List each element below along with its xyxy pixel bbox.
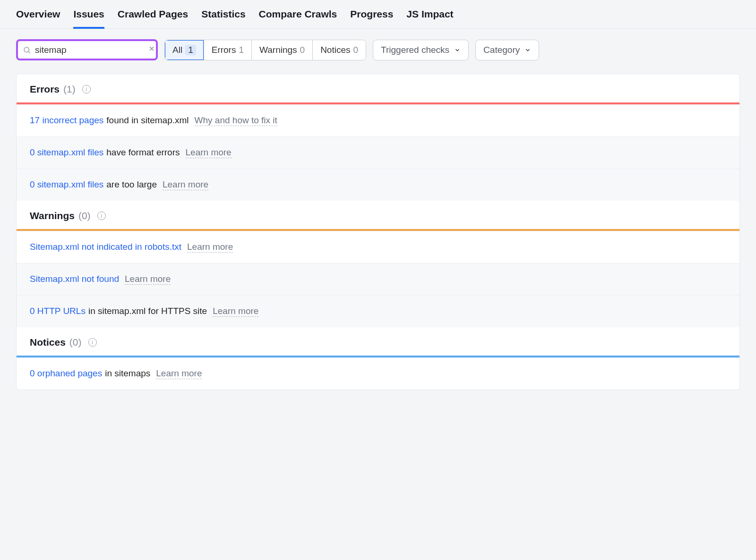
filter-all-count: 1 [185, 45, 196, 55]
filter-all-label: All [172, 45, 182, 55]
issue-link[interactable]: 0 sitemap.xml files [30, 179, 103, 190]
category-label: Category [483, 45, 520, 55]
filter-errors[interactable]: Errors 1 [204, 40, 252, 60]
chevron-down-icon [454, 47, 461, 53]
errors-section-header: Errors (1) i [17, 74, 739, 102]
filter-warnings[interactable]: Warnings 0 [252, 40, 313, 60]
warnings-list: Sitemap.xml not indicated in robots.txtL… [17, 231, 739, 327]
info-icon[interactable]: i [88, 338, 97, 347]
issues-panel: Errors (1) i 17 incorrect pages found in… [16, 74, 740, 390]
issue-link[interactable]: 17 incorrect pages [30, 115, 103, 126]
learn-more-link[interactable]: Learn more [187, 242, 233, 253]
issue-link[interactable]: 0 HTTP URLs [30, 306, 86, 316]
warnings-section-header: Warnings (0) i [17, 201, 739, 229]
errors-count: (1) [63, 84, 76, 95]
filter-warnings-count: 0 [300, 45, 305, 55]
filter-segmented: All 1 Errors 1 Warnings 0 Notices 0 [164, 40, 366, 60]
issue-text: in sitemaps [105, 368, 150, 379]
filter-all[interactable]: All 1 [165, 40, 204, 60]
info-icon[interactable]: i [97, 212, 106, 220]
tab-overview[interactable]: Overview [16, 8, 60, 28]
svg-point-0 [24, 47, 29, 52]
errors-title: Errors [30, 84, 60, 95]
category-dropdown[interactable]: Category [475, 40, 539, 60]
tabbar: Overview Issues Crawled Pages Statistics… [0, 0, 756, 29]
svg-line-1 [28, 51, 30, 53]
chevron-down-icon [524, 47, 531, 53]
issue-text: found in sitemap.xml [106, 115, 189, 126]
filter-errors-count: 1 [239, 45, 244, 55]
issue-row[interactable]: Sitemap.xml not indicated in robots.txtL… [17, 231, 739, 263]
issue-link[interactable]: Sitemap.xml not indicated in robots.txt [30, 242, 181, 252]
issue-link[interactable]: 0 sitemap.xml files [30, 147, 103, 158]
errors-list: 17 incorrect pages found in sitemap.xmlW… [17, 104, 739, 201]
search-icon [23, 46, 31, 54]
issue-row[interactable]: 0 orphaned pages in sitemapsLearn more [17, 357, 739, 390]
learn-more-link[interactable]: Learn more [125, 274, 171, 285]
filter-errors-label: Errors [212, 45, 236, 55]
notices-list: 0 orphaned pages in sitemapsLearn more [17, 357, 739, 390]
learn-more-link[interactable]: Learn more [213, 306, 258, 317]
warnings-title: Warnings [30, 210, 75, 221]
warnings-count: (0) [78, 210, 91, 221]
learn-more-link[interactable]: Learn more [163, 179, 208, 190]
tab-js-impact[interactable]: JS Impact [406, 8, 453, 28]
clear-search-icon[interactable] [147, 44, 156, 56]
issue-row[interactable]: Sitemap.xml not foundLearn more [17, 263, 739, 295]
filter-notices-count: 0 [353, 45, 359, 55]
learn-more-link[interactable]: Learn more [156, 368, 202, 379]
tab-compare-crawls[interactable]: Compare Crawls [259, 8, 337, 28]
filter-notices-label: Notices [320, 45, 350, 55]
notices-section-header: Notices (0) i [17, 327, 739, 356]
issue-row[interactable]: 17 incorrect pages found in sitemap.xmlW… [17, 104, 739, 136]
issue-text: have format errors [106, 147, 180, 158]
tab-crawled-pages[interactable]: Crawled Pages [118, 8, 188, 28]
notices-count: (0) [69, 337, 82, 348]
triggered-checks-label: Triggered checks [381, 45, 449, 55]
toolbar: All 1 Errors 1 Warnings 0 Notices 0 Trig… [0, 29, 756, 69]
filter-warnings-label: Warnings [259, 45, 297, 55]
issue-link[interactable]: Sitemap.xml not found [30, 274, 119, 284]
issue-link[interactable]: 0 orphaned pages [30, 368, 102, 379]
tab-statistics[interactable]: Statistics [201, 8, 245, 28]
tab-progress[interactable]: Progress [350, 8, 393, 28]
issue-row[interactable]: 0 sitemap.xml files have format errorsLe… [17, 136, 739, 169]
filter-notices[interactable]: Notices 0 [313, 40, 366, 60]
issue-row[interactable]: 0 HTTP URLs in sitemap.xml for HTTPS sit… [17, 295, 739, 327]
triggered-checks-dropdown[interactable]: Triggered checks [373, 40, 469, 60]
notices-title: Notices [30, 337, 66, 348]
search-input[interactable] [35, 45, 147, 55]
info-icon[interactable]: i [82, 85, 91, 93]
search-box[interactable] [16, 39, 158, 60]
learn-more-link[interactable]: Why and how to fix it [195, 115, 277, 126]
issue-row[interactable]: 0 sitemap.xml files are too largeLearn m… [17, 169, 739, 201]
issue-text: in sitemap.xml for HTTPS site [88, 306, 207, 316]
learn-more-link[interactable]: Learn more [186, 147, 232, 158]
tab-issues[interactable]: Issues [73, 8, 104, 28]
issue-text: are too large [106, 179, 157, 190]
